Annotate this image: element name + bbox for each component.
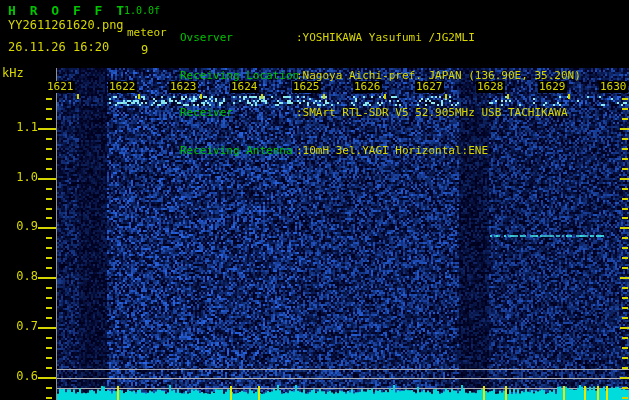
y-tick-label: 0.9	[2, 219, 38, 233]
meteor-count: 9	[141, 43, 148, 57]
info-row-observer: Ovserver:YOSHIKAWA Yasufumi /JG2MLI	[180, 32, 581, 45]
y-tick-label: 1.0	[2, 170, 38, 184]
x-tick-label: 1622	[108, 81, 137, 93]
x-tick-label: 1630	[599, 81, 628, 93]
y-tick-label: 0.7	[2, 319, 38, 333]
info-label: Receiving Antenna	[180, 145, 296, 158]
x-tick-label: 1626	[353, 81, 382, 93]
output-filename: YY2611261620.png	[8, 18, 124, 32]
mode-label: meteor	[127, 26, 167, 39]
x-tick-label: 1625	[292, 81, 321, 93]
info-label: Ovserver	[180, 32, 296, 45]
x-tick-label: 1624	[230, 81, 259, 93]
app-version: 1.0.0f	[124, 5, 160, 16]
timestamp-label: 26.11.26 16:20	[8, 40, 109, 54]
x-tick-label: 1623	[169, 81, 198, 93]
info-value: :10mH 3el.YAGI Horizontal:ENE	[296, 144, 488, 157]
y-tick-label: 0.8	[2, 269, 38, 283]
hrofft-screen: H R O F F T 1.0.0f YY2611261620.png mete…	[0, 0, 629, 400]
info-value: :SMArt RTL-SDR V5 52.905MHz USB TACHIKAW…	[296, 106, 568, 119]
y-tick-label: 0.6	[2, 369, 38, 383]
x-tick-label: 1629	[538, 81, 567, 93]
app-title: H R O F F T	[8, 3, 127, 18]
y-axis-unit: kHz	[2, 66, 24, 80]
info-value: :YOSHIKAWA Yasufumi /JG2MLI	[296, 31, 475, 44]
info-label: Receiver	[180, 107, 296, 120]
x-tick-label: 1628	[476, 81, 505, 93]
info-row-receiver: Receiver:SMArt RTL-SDR V5 52.905MHz USB …	[180, 107, 581, 120]
x-tick-label: 1621	[46, 81, 75, 93]
y-tick-label: 1.1	[2, 120, 38, 134]
station-info: Ovserver:YOSHIKAWA Yasufumi /JG2MLI Rece…	[180, 7, 581, 182]
info-row-antenna: Receiving Antenna:10mH 3el.YAGI Horizont…	[180, 145, 581, 158]
x-tick-label: 1627	[415, 81, 444, 93]
